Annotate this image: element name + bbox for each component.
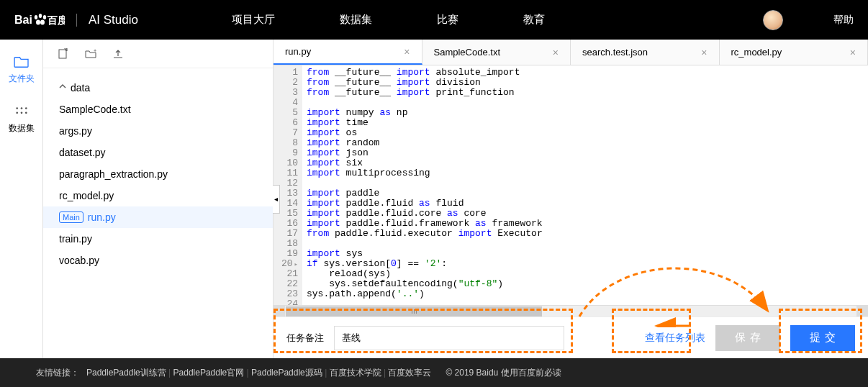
task-bottom-bar: 任务备注 查看任务列表 保存 提交 xyxy=(273,317,868,358)
folder-icon xyxy=(14,55,30,68)
tab-label: run.py xyxy=(285,46,311,57)
svg-point-9 xyxy=(24,107,27,109)
file-name-label: vocab.py xyxy=(59,255,99,266)
tree-item[interactable]: args.py xyxy=(43,120,273,142)
svg-point-11 xyxy=(20,111,22,114)
folder-label: data xyxy=(71,82,90,94)
svg-point-12 xyxy=(24,111,27,114)
new-file-icon[interactable]: + xyxy=(58,48,69,60)
tree-folder-data[interactable]: data xyxy=(43,77,273,99)
file-toolbar: + + xyxy=(43,40,273,68)
tree-item[interactable]: train.py xyxy=(43,228,273,250)
submit-button[interactable]: 提交 xyxy=(790,325,855,351)
nav-item-dataset[interactable]: 数据集 xyxy=(340,13,372,27)
rail-item-files[interactable]: 文件夹 xyxy=(9,55,35,85)
rail-label: 数据集 xyxy=(9,122,35,135)
editor-body[interactable]: 123456789101112131415161718192021222324 … xyxy=(273,65,868,305)
file-name-label: dataset.py xyxy=(59,147,106,158)
footer-copyright: © 2019 Baidu 使用百度前必读 xyxy=(446,367,561,379)
help-link[interactable]: 帮助 xyxy=(833,14,854,27)
tab-label: search.test.json xyxy=(582,47,648,58)
footer-link[interactable]: 百度技术学院 xyxy=(330,368,381,378)
close-icon[interactable]: × xyxy=(850,47,856,58)
close-icon[interactable]: × xyxy=(404,46,410,58)
footer: 友情链接： PaddlePaddle训练营 | PaddlePaddle官网 |… xyxy=(0,358,868,387)
new-folder-icon[interactable]: + xyxy=(85,48,96,60)
editor-tab[interactable]: run.py× xyxy=(273,40,422,65)
nav-right: 帮助 xyxy=(763,10,854,30)
svg-point-10 xyxy=(16,111,18,114)
svg-text:Bai: Bai xyxy=(14,14,32,26)
nav-item-education[interactable]: 教育 xyxy=(523,13,545,27)
editor-tabs: run.py×SampleCode.txt×search.test.json×r… xyxy=(273,40,868,65)
footer-link[interactable]: PaddlePaddle训练营 xyxy=(86,368,166,378)
svg-point-4 xyxy=(36,19,40,24)
tree-item[interactable]: paragraph_extraction.py xyxy=(43,163,273,185)
rail-label: 文件夹 xyxy=(9,73,35,85)
footer-link[interactable]: 百度效率云 xyxy=(388,368,431,378)
svg-point-8 xyxy=(20,107,22,109)
tab-label: rc_model.py xyxy=(731,47,782,58)
logo-divider xyxy=(76,14,77,27)
brand-sub: AI Studio xyxy=(89,13,138,27)
footer-link[interactable]: PaddlePaddle官网 xyxy=(173,368,245,378)
horizontal-scrollbar[interactable] xyxy=(273,305,868,317)
editor-tab[interactable]: SampleCode.txt× xyxy=(422,40,571,65)
view-task-list-link[interactable]: 查看任务列表 xyxy=(645,332,705,345)
rail-item-datasets[interactable]: 数据集 xyxy=(9,105,35,135)
close-icon[interactable]: × xyxy=(701,47,707,58)
svg-text:百度: 百度 xyxy=(47,14,65,26)
close-icon[interactable]: × xyxy=(553,47,559,58)
nav-item-lobby[interactable]: 项目大厅 xyxy=(232,13,275,27)
tree-item[interactable]: dataset.py xyxy=(43,142,273,163)
file-name-label: args.py xyxy=(59,125,92,137)
chevron-down-icon xyxy=(59,84,66,91)
svg-point-2 xyxy=(39,14,42,18)
tree-item[interactable]: SampleCode.txt xyxy=(43,99,273,120)
editor-tab[interactable]: rc_model.py× xyxy=(720,40,869,65)
side-rail: 文件夹 数据集 xyxy=(0,40,43,358)
svg-point-7 xyxy=(16,107,18,109)
svg-point-5 xyxy=(40,19,45,24)
code-content[interactable]: from __future__ import absolute_importfr… xyxy=(302,65,547,305)
logo-area[interactable]: Bai 百度 AI Studio xyxy=(14,12,138,29)
nav-item-competition[interactable]: 比赛 xyxy=(437,13,458,27)
svg-text:+: + xyxy=(65,48,68,53)
tree-item[interactable]: rc_model.py xyxy=(43,185,273,206)
footer-link[interactable]: PaddlePaddle源码 xyxy=(251,368,322,378)
avatar[interactable] xyxy=(763,10,783,30)
topbar: Bai 百度 AI Studio 项目大厅 数据集 比赛 教育 帮助 xyxy=(0,0,868,40)
task-note-input[interactable] xyxy=(334,326,564,350)
file-name-label: rc_model.py xyxy=(59,190,114,201)
tree-item[interactable]: Mainrun.py xyxy=(43,206,273,228)
editor-tab[interactable]: search.test.json× xyxy=(571,40,720,65)
upload-icon[interactable] xyxy=(112,48,124,60)
file-panel: + + data SampleCode.txtargs.pydataset.py… xyxy=(43,40,273,358)
footer-title: 友情链接： xyxy=(36,367,79,379)
file-name-label: SampleCode.txt xyxy=(59,104,131,115)
svg-point-1 xyxy=(35,15,37,19)
main-badge: Main xyxy=(59,211,83,223)
nav-menu: 项目大厅 数据集 比赛 教育 xyxy=(232,13,545,27)
dataset-icon xyxy=(14,105,30,118)
file-name-label: paragraph_extraction.py xyxy=(59,168,168,180)
svg-text:+: + xyxy=(94,48,96,53)
baidu-logo: Bai 百度 xyxy=(14,12,65,29)
tree-item[interactable]: vocab.py xyxy=(43,250,273,271)
task-label: 任务备注 xyxy=(286,332,324,345)
file-tree: data SampleCode.txtargs.pydataset.pypara… xyxy=(43,68,273,280)
main: 文件夹 数据集 + + data SampleCode.txtargs.pyda… xyxy=(0,40,868,358)
tab-label: SampleCode.txt xyxy=(434,47,501,58)
collapse-handle[interactable]: ◂ xyxy=(273,185,280,214)
save-button[interactable]: 保存 xyxy=(715,325,780,351)
editor-area: run.py×SampleCode.txt×search.test.json×r… xyxy=(273,40,868,358)
file-name-label: run.py xyxy=(88,211,116,223)
file-name-label: train.py xyxy=(59,233,92,245)
svg-point-3 xyxy=(43,15,46,19)
